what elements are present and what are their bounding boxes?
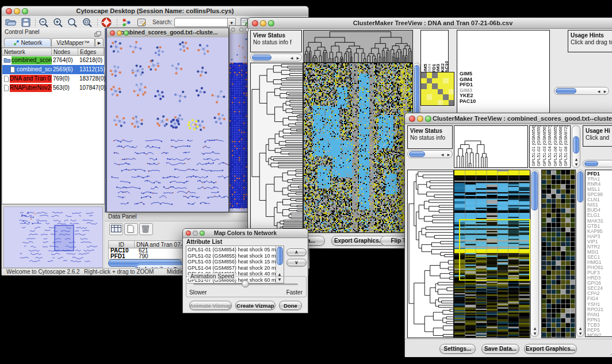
search-input[interactable] [174, 18, 228, 27]
scroll-up-icon[interactable]: ▲ [577, 326, 583, 331]
matrix-cell[interactable] [449, 100, 454, 106]
scroll-down-icon[interactable]: ▼ [577, 331, 583, 336]
minimize-icon[interactable] [239, 28, 243, 32]
matrix-cell[interactable] [443, 89, 449, 95]
matrix-cell[interactable] [443, 83, 449, 89]
matrix-cell[interactable] [427, 78, 433, 84]
matrix-cell[interactable] [421, 83, 427, 89]
save-icon[interactable] [21, 17, 32, 29]
tv1-status-hscroll-thumb[interactable] [252, 55, 271, 60]
matrix-cell[interactable] [427, 100, 433, 106]
matrix-cell[interactable] [432, 72, 438, 78]
tv2-status-hscroll-thumb[interactable] [409, 151, 425, 157]
scroll-right-icon[interactable]: ▶ [295, 56, 301, 60]
matrix-cell[interactable] [443, 78, 449, 84]
tv2-heatmap-selection[interactable] [459, 219, 530, 281]
tab-overflow-button[interactable]: ▶ [95, 38, 104, 47]
matrix-cell[interactable] [427, 89, 433, 95]
zoom-selected-icon[interactable] [67, 17, 78, 29]
tv2-column-label[interactable]: GPL51-04 (GSM857) [547, 125, 552, 166]
treeview2-title-bar[interactable]: ClusterMaker TreeView : combined_scores_… [405, 113, 612, 124]
scroll-up-icon[interactable]: ▲ [573, 157, 579, 162]
resize-grip-icon[interactable] [609, 348, 612, 356]
speed-slider-thumb[interactable] [242, 280, 249, 288]
tv2-zoom-vscroll-thumb[interactable] [577, 171, 583, 202]
col-header-network[interactable]: Network [2, 48, 52, 56]
tv2-status-hscrollbar[interactable]: ◀ ▶ [407, 150, 453, 158]
maximize-icon[interactable] [22, 8, 28, 14]
matrix-cell[interactable] [443, 72, 449, 78]
matrix-cell[interactable] [449, 78, 454, 84]
matrix-cell[interactable] [432, 83, 438, 89]
tv2-settings-button[interactable]: Settings... [439, 344, 476, 354]
matrix-cell[interactable] [449, 83, 454, 89]
close-icon[interactable] [6, 8, 12, 14]
matrix-cell[interactable] [421, 94, 427, 100]
close-icon[interactable] [231, 28, 235, 32]
tv2-hints-hscroll-thumb[interactable] [584, 161, 598, 166]
zoom-out-icon[interactable] [38, 17, 49, 29]
attribute-list-vscroll-thumb[interactable] [277, 247, 283, 265]
tv2-hints-hscrollbar[interactable] [583, 160, 612, 167]
network-table-row[interactable]: combined_sco2569(6)13112(15) [2, 65, 104, 74]
matrix-cell[interactable] [432, 89, 438, 95]
close-icon[interactable] [409, 116, 415, 122]
matrix-cell[interactable] [427, 72, 433, 78]
tv2-heatmap-vscroll-thumb[interactable] [531, 171, 538, 210]
tv2-column-label[interactable]: GPL51-07 (GSM868) [558, 125, 563, 166]
tv2-column-label[interactable]: GPL51-01 (GSM854) [531, 125, 536, 166]
network-graph-canvas[interactable] [107, 37, 228, 212]
attribute-list-item[interactable]: GPL51-02 (GSM855) heat shock 10 min [188, 253, 280, 259]
minimize-icon[interactable] [260, 20, 266, 26]
zoom-fit-icon[interactable] [82, 17, 93, 29]
tv1-column-dendrogram[interactable] [303, 30, 413, 63]
matrix-cell[interactable] [427, 94, 433, 100]
treeview1-title-bar[interactable]: ClusterMaker TreeView : DNA and Tran 07-… [248, 18, 612, 29]
matrix-cell[interactable] [432, 94, 438, 100]
attribute-list-item[interactable]: GPL51-04 (GSM857) heat shock 20 min [188, 265, 280, 271]
scroll-left-icon[interactable]: ◀ [439, 152, 445, 157]
zoom-in-icon[interactable] [52, 17, 64, 29]
network-table-row[interactable]: RNAPuberNov2+563(0)107847(0) [2, 83, 104, 93]
matrix-cell[interactable] [449, 89, 454, 95]
main-title-bar[interactable]: Cytoscape Desktop (Session Name: collins… [2, 6, 308, 17]
minimize-icon[interactable] [14, 8, 20, 14]
matrix-cell[interactable] [421, 78, 427, 84]
tv1-heatmap-vscroll-thumb[interactable] [414, 65, 419, 120]
new-attribute-icon[interactable] [124, 223, 138, 235]
maximize-icon[interactable] [268, 20, 274, 26]
matrix-cell[interactable] [427, 83, 433, 89]
maximize-icon[interactable] [200, 231, 205, 236]
scroll-right-icon[interactable]: ▶ [446, 152, 452, 157]
tv1-zoom-matrix[interactable] [420, 72, 454, 106]
tv2-zoom-heatmap[interactable] [541, 170, 576, 338]
done-button[interactable]: Done [279, 301, 302, 310]
tv2-gene-label[interactable]: MON2 [587, 332, 602, 337]
tv1-hints-hscrollbar[interactable]: ◀ ▶ [554, 87, 609, 95]
scroll-up-icon[interactable]: ▲ [532, 326, 538, 331]
scroll-right-icon[interactable]: ▶ [602, 89, 608, 94]
network-table-row[interactable]: combined_scores2764(0)16218(0) [2, 56, 104, 65]
col-header-edges[interactable]: Edges [78, 48, 104, 56]
close-icon[interactable] [252, 20, 258, 26]
tab-vizmapper[interactable]: VizMapper™ [51, 38, 95, 47]
matrix-cell[interactable] [443, 100, 449, 106]
matrix-cell[interactable] [421, 100, 427, 106]
matrix-cell[interactable] [438, 83, 443, 89]
minimize-icon[interactable] [117, 30, 122, 36]
dialog-title-bar[interactable]: Map Colors to Network [183, 229, 308, 238]
tv2-row-dendrogram[interactable] [407, 170, 454, 338]
tv2-zoom-vscrollbar[interactable]: ▲ ▼ [576, 170, 584, 337]
maximize-icon[interactable] [245, 28, 249, 32]
tv2-column-label[interactable]: GPL51-02 (GSM855) [536, 125, 541, 166]
help-lifebuoy-icon[interactable] [101, 17, 112, 28]
tv1-status-hscrollbar[interactable]: ◀ ▶ [250, 53, 302, 62]
tv1-row-dendrogram[interactable] [250, 63, 303, 233]
tv2-column-dendrogram-panel[interactable] [454, 125, 528, 168]
scroll-left-icon[interactable]: ◀ [289, 56, 294, 60]
tv2-save-data-button[interactable]: Save Data... [481, 344, 519, 354]
create-vizmap-button[interactable]: Create Vizmap [235, 301, 276, 310]
matrix-cell[interactable] [421, 89, 427, 95]
tv1-gene-label[interactable]: PAC10 [460, 99, 476, 105]
close-icon[interactable] [186, 231, 191, 236]
